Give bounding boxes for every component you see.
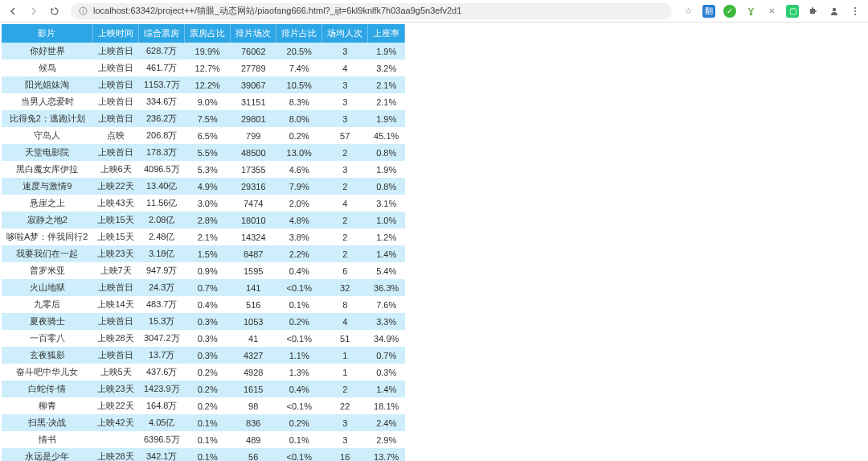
table-cell: 上映7天 <box>92 262 138 279</box>
table-cell: 1.1% <box>276 347 322 364</box>
table-cell: 火山地狱 <box>2 279 92 296</box>
table-cell: 1.4% <box>368 381 405 397</box>
table-cell: 0.1% <box>276 431 322 448</box>
table-cell: 0.7% <box>368 347 405 364</box>
back-button[interactable] <box>6 5 19 18</box>
svg-rect-1 <box>83 10 84 13</box>
table-cell: 3 <box>322 110 368 127</box>
table-cell: 4.05亿 <box>139 414 185 431</box>
table-cell: 0.2% <box>276 414 322 431</box>
header-showratio: 排片占比 <box>276 24 322 43</box>
table-cell: 57 <box>322 127 368 144</box>
browser-toolbar: localhost:63342/project++/猫眼_动态网站/piaofa… <box>0 0 868 23</box>
table-cell: 九零后 <box>2 296 92 313</box>
table-cell: 上映5天 <box>92 364 138 381</box>
table-cell: 2 <box>322 381 368 397</box>
table-cell: 3 <box>322 43 368 60</box>
table-cell: 3 <box>322 161 368 178</box>
table-cell: 6.5% <box>185 127 231 144</box>
table-cell: 8 <box>322 296 368 313</box>
table-cell: 76062 <box>231 43 276 60</box>
extensions-puzzle-icon[interactable] <box>807 5 820 18</box>
table-cell: 32 <box>322 279 368 296</box>
table-cell: 上映首日 <box>92 347 138 364</box>
reload-button[interactable] <box>48 5 61 18</box>
table-cell: 2.1% <box>185 228 231 245</box>
table-cell: 3 <box>322 431 368 448</box>
table-cell: 上映首日 <box>92 313 138 330</box>
table-cell: 上映首日 <box>92 76 138 93</box>
table-cell: 哆啦A梦：伴我同行2 <box>2 228 92 245</box>
table-cell: 0.8% <box>368 144 405 161</box>
table-row: 情书6396.5万0.1%4890.1%32.9% <box>2 431 405 448</box>
table-cell: 799 <box>231 127 276 144</box>
table-cell: 3.3% <box>368 313 405 330</box>
site-info-icon[interactable] <box>79 6 88 16</box>
address-bar[interactable]: localhost:63342/project++/猫眼_动态网站/piaofa… <box>71 3 672 19</box>
table-cell: 上映首日 <box>92 43 138 60</box>
table-cell: 342.1万 <box>139 448 185 461</box>
table-cell: 2 <box>322 228 368 245</box>
extension-icon-v[interactable]: Ɣ <box>744 5 757 18</box>
table-row: 速度与激情9上映22天13.40亿4.9%293167.9%20.8% <box>2 178 405 195</box>
table-cell: 1.5% <box>185 245 231 262</box>
table-cell: 48500 <box>231 144 276 161</box>
svg-point-4 <box>854 6 856 8</box>
table-row: 阳光姐妹淘上映首日1153.7万12.2%3906710.5%32.1% <box>2 76 405 93</box>
table-cell: 2 <box>322 178 368 195</box>
header-boxoffice: 综合票房 <box>139 24 185 43</box>
table-cell: 4.9% <box>185 178 231 195</box>
table-cell: 36.3% <box>368 279 405 296</box>
extension-icon-x[interactable]: ✕ <box>765 5 778 18</box>
table-cell: 我要我们在一起 <box>2 245 92 262</box>
table-cell: 4.8% <box>276 212 322 228</box>
extension-icons: ☆ 翻 ✓ Ɣ ✕ ▢ <box>682 5 862 18</box>
table-row: 黑白魔女库伊拉上映6天4096.5万5.3%173554.6%31.9% <box>2 161 405 178</box>
table-cell: 4 <box>322 195 368 212</box>
table-cell: 24.3万 <box>139 279 185 296</box>
menu-dots-icon[interactable] <box>849 5 862 18</box>
table-cell: 1 <box>322 364 368 381</box>
table-cell: 22 <box>322 397 368 414</box>
table-cell: 947.9万 <box>139 262 185 279</box>
header-film: 影片 <box>2 24 92 43</box>
table-row: 当男人恋爱时上映首日334.6万9.0%311518.3%32.1% <box>2 93 405 110</box>
table-cell: 461.7万 <box>139 60 185 76</box>
table-cell: 永远是少年 <box>2 448 92 461</box>
table-cell: 178.3万 <box>139 144 185 161</box>
table-cell: 上映28天 <box>92 448 138 461</box>
table-row: 一百零八上映28天3047.2万0.3%41<0.1%5134.9% <box>2 330 405 347</box>
table-row: 扫黑·决战上映42天4.05亿0.1%8360.2%32.4% <box>2 414 405 431</box>
table-cell: <0.1% <box>276 279 322 296</box>
table-row: 寂静之地2上映15天2.08亿2.8%180104.8%21.0% <box>2 212 405 228</box>
profile-icon[interactable] <box>828 5 841 18</box>
table-cell: 候鸟 <box>2 60 92 76</box>
table-cell: 0.2% <box>276 127 322 144</box>
table-cell: 2.1% <box>368 93 405 110</box>
table-cell: 天堂电影院 <box>2 144 92 161</box>
table-cell: 45.1% <box>368 127 405 144</box>
table-cell: 1 <box>322 347 368 364</box>
forward-button[interactable] <box>27 5 40 18</box>
table-row: 柳青上映22天164.8万0.2%98<0.1%2218.1% <box>2 397 405 414</box>
extension-icon-blue[interactable]: 翻 <box>702 5 715 18</box>
page-content: 影片 上映时间 综合票房 票房占比 排片场次 排片占比 场均人次 上座率 你好世… <box>2 24 868 461</box>
bookmark-star-icon[interactable]: ☆ <box>682 5 694 18</box>
table-cell: 上映14天 <box>92 296 138 313</box>
table-cell: 2.0% <box>276 195 322 212</box>
table-row: 火山地狱上映首日24.3万0.7%141<0.1%3236.3% <box>2 279 405 296</box>
table-cell: 3 <box>322 414 368 431</box>
svg-point-5 <box>854 10 856 11</box>
table-cell: 4327 <box>231 347 276 364</box>
table-cell: 13.7万 <box>139 347 185 364</box>
table-cell: 上映15天 <box>92 212 138 228</box>
table-cell: 0.2% <box>276 313 322 330</box>
table-cell: 上映首日 <box>92 60 138 76</box>
extension-icon-chat[interactable]: ▢ <box>786 5 799 18</box>
boxoffice-table: 影片 上映时间 综合票房 票房占比 排片场次 排片占比 场均人次 上座率 你好世… <box>2 24 405 461</box>
svg-point-6 <box>854 13 856 14</box>
table-cell: 2.9% <box>368 431 405 448</box>
header-boxratio: 票房占比 <box>185 24 231 43</box>
table-row: 你好世界上映首日628.7万19.9%7606220.5%31.9% <box>2 43 405 60</box>
extension-icon-green-circle[interactable]: ✓ <box>723 5 736 18</box>
